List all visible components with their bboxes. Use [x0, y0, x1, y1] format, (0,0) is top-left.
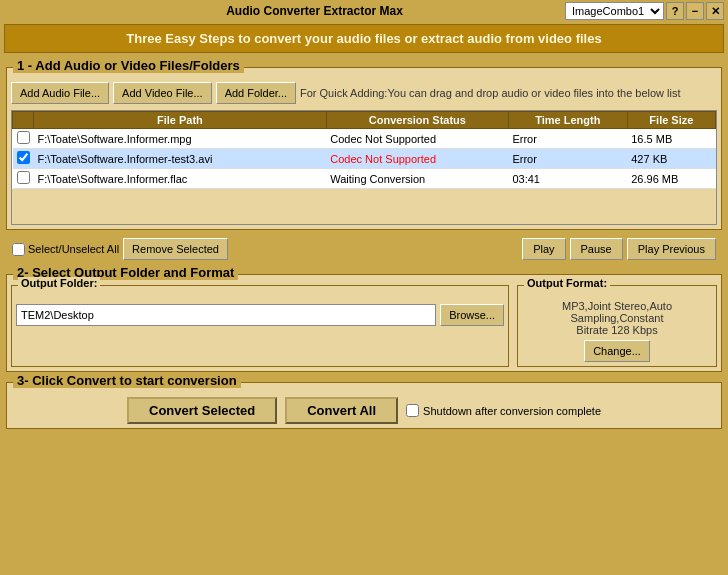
play-previous-button[interactable]: Play Previous [627, 238, 716, 260]
add-folder-button[interactable]: Add Folder... [216, 82, 296, 104]
row-status: Waiting Conversion [326, 169, 508, 189]
row-time: Error [508, 149, 627, 169]
output-format-label: Output Format: [524, 277, 610, 289]
app-title: Audio Converter Extractor Max [226, 4, 403, 18]
output-format-box: Output Format: MP3,Joint Stereo,Auto Sam… [517, 285, 717, 367]
row-checkbox[interactable] [17, 131, 30, 144]
row-size: 26.96 MB [627, 169, 715, 189]
shutdown-checkbox[interactable] [406, 404, 419, 417]
browse-button[interactable]: Browse... [440, 304, 504, 326]
row-size: 427 KB [627, 149, 715, 169]
help-button[interactable]: ? [666, 2, 684, 20]
shutdown-label: Shutdown after conversion complete [423, 405, 601, 417]
folder-input[interactable] [16, 304, 436, 326]
table-row: F:\Toate\Software.Informer.mpgCodec Not … [13, 129, 716, 149]
close-button[interactable]: ✕ [706, 2, 724, 20]
play-button[interactable]: Play [522, 238, 565, 260]
row-status: Codec Not Supported [326, 129, 508, 149]
row-size: 16.5 MB [627, 129, 715, 149]
convert-all-button[interactable]: Convert All [285, 397, 398, 424]
row-checkbox[interactable] [17, 151, 30, 164]
add-audio-button[interactable]: Add Audio File... [11, 82, 109, 104]
row-time: 03:41 [508, 169, 627, 189]
col-check [13, 112, 34, 129]
bottom-right-controls: Play Pause Play Previous [522, 238, 716, 260]
file-table: File Path Conversion Status Time Length … [12, 111, 716, 189]
add-buttons-row: Add Audio File... Add Video File... Add … [11, 82, 717, 104]
output-folder-box: Output Folder: Browse... [11, 285, 509, 367]
file-table-container[interactable]: File Path Conversion Status Time Length … [11, 110, 717, 225]
quick-add-text: For Quick Adding:You can drag and drop a… [300, 87, 681, 99]
convert-selected-button[interactable]: Convert Selected [127, 397, 277, 424]
image-combo[interactable]: ImageCombo1 [565, 2, 664, 20]
bottom-left-controls: Select/Unselect All Remove Selected [12, 238, 228, 260]
col-filepath: File Path [34, 112, 327, 129]
shutdown-row: Shutdown after conversion complete [406, 404, 601, 417]
section3: 3- Click Convert to start conversion Con… [6, 382, 722, 429]
section2-inner: Output Folder: Browse... Output Format: … [11, 285, 717, 367]
table-row: F:\Toate\Software.Informer-test3.aviCode… [13, 149, 716, 169]
section1: 1 - Add Audio or Video Files/Folders Add… [6, 67, 722, 230]
format-text: MP3,Joint Stereo,Auto Sampling,ConstantB… [522, 300, 712, 336]
row-filepath: F:\Toate\Software.Informer.flac [34, 169, 327, 189]
select-all-label: Select/Unselect All [28, 243, 119, 255]
section3-inner: Convert Selected Convert All Shutdown af… [11, 397, 717, 424]
output-folder-inner: Browse... [16, 304, 504, 326]
row-time: Error [508, 129, 627, 149]
title-bar: Audio Converter Extractor Max ImageCombo… [0, 0, 728, 22]
remove-selected-button[interactable]: Remove Selected [123, 238, 228, 260]
table-row: F:\Toate\Software.Informer.flacWaiting C… [13, 169, 716, 189]
banner: Three Easy Steps to convert your audio f… [4, 24, 724, 53]
change-format-button[interactable]: Change... [584, 340, 650, 362]
row-filepath: F:\Toate\Software.Informer.mpg [34, 129, 327, 149]
title-bar-controls: ImageCombo1 ? − ✕ [565, 2, 724, 20]
minimize-button[interactable]: − [686, 2, 704, 20]
pause-button[interactable]: Pause [570, 238, 623, 260]
select-unselect-row: Select/Unselect All [12, 243, 119, 256]
col-time: Time Length [508, 112, 627, 129]
table-body: F:\Toate\Software.Informer.mpgCodec Not … [13, 129, 716, 189]
section2: 2- Select Output Folder and Format Outpu… [6, 274, 722, 372]
output-folder-label: Output Folder: [18, 277, 100, 289]
main-content: 1 - Add Audio or Video Files/Folders Add… [0, 67, 728, 429]
bottom-controls: Select/Unselect All Remove Selected Play… [6, 234, 722, 264]
section1-title: 1 - Add Audio or Video Files/Folders [13, 58, 244, 73]
col-status: Conversion Status [326, 112, 508, 129]
section3-title: 3- Click Convert to start conversion [13, 373, 241, 388]
add-video-button[interactable]: Add Video File... [113, 82, 212, 104]
section1-inner: Add Audio File... Add Video File... Add … [11, 82, 717, 225]
table-header: File Path Conversion Status Time Length … [13, 112, 716, 129]
row-checkbox[interactable] [17, 171, 30, 184]
select-all-checkbox[interactable] [12, 243, 25, 256]
col-size: File Size [627, 112, 715, 129]
row-status: Codec Not Supported [326, 149, 508, 169]
row-filepath: F:\Toate\Software.Informer-test3.avi [34, 149, 327, 169]
